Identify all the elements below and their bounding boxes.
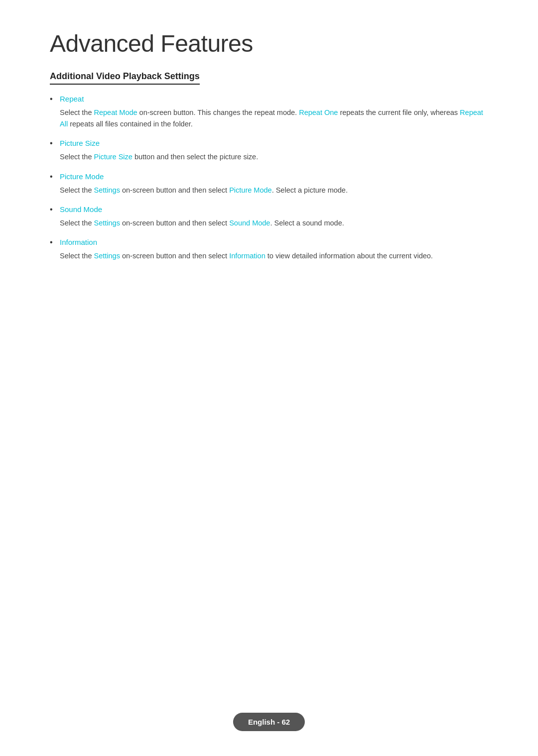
list-item: InformationSelect the Settings on-screen… bbox=[50, 238, 488, 262]
page-title: Advanced Features bbox=[50, 30, 488, 57]
item-description: Select the Settings on-screen button and… bbox=[60, 217, 488, 229]
item-label: Picture Size bbox=[60, 139, 488, 147]
bullet-list: RepeatSelect the Repeat Mode on-screen b… bbox=[50, 95, 488, 262]
item-label: Information bbox=[60, 238, 488, 246]
item-label: Sound Mode bbox=[60, 205, 488, 214]
footer-bar: English - 62 bbox=[233, 713, 305, 731]
footer-text: English - 62 bbox=[248, 718, 290, 726]
item-description: Select the Repeat Mode on-screen button.… bbox=[60, 107, 488, 130]
list-item: Picture ModeSelect the Settings on-scree… bbox=[50, 172, 488, 196]
section-heading: Additional Video Playback Settings bbox=[50, 71, 200, 85]
list-item: Picture SizeSelect the Picture Size butt… bbox=[50, 139, 488, 163]
list-item: RepeatSelect the Repeat Mode on-screen b… bbox=[50, 95, 488, 130]
list-item: Sound ModeSelect the Settings on-screen … bbox=[50, 205, 488, 229]
page-container: Advanced Features Additional Video Playb… bbox=[0, 0, 538, 311]
item-label: Picture Mode bbox=[60, 172, 488, 181]
item-description: Select the Settings on-screen button and… bbox=[60, 185, 488, 196]
item-description: Select the Settings on-screen button and… bbox=[60, 250, 488, 262]
item-description: Select the Picture Size button and then … bbox=[60, 151, 488, 163]
item-label: Repeat bbox=[60, 95, 488, 103]
